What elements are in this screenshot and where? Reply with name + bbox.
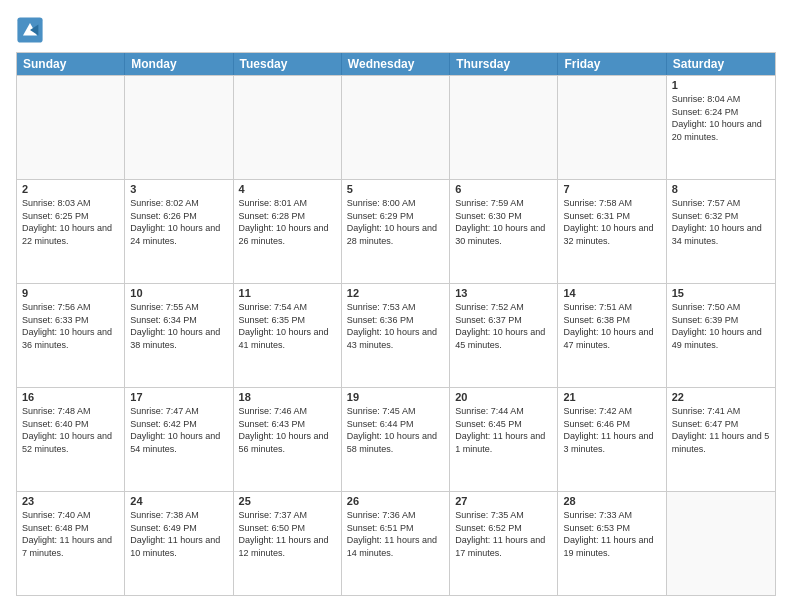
header-day-sunday: Sunday [17,53,125,75]
day-cell-9: 9Sunrise: 7:56 AM Sunset: 6:33 PM Daylig… [17,284,125,387]
week-row-2: 2Sunrise: 8:03 AM Sunset: 6:25 PM Daylig… [17,179,775,283]
day-number: 26 [347,495,444,507]
day-number: 21 [563,391,660,403]
week-row-3: 9Sunrise: 7:56 AM Sunset: 6:33 PM Daylig… [17,283,775,387]
week-row-5: 23Sunrise: 7:40 AM Sunset: 6:48 PM Dayli… [17,491,775,595]
day-number: 16 [22,391,119,403]
day-number: 13 [455,287,552,299]
header-day-saturday: Saturday [667,53,775,75]
day-info: Sunrise: 7:41 AM Sunset: 6:47 PM Dayligh… [672,405,770,455]
day-info: Sunrise: 7:50 AM Sunset: 6:39 PM Dayligh… [672,301,770,351]
day-cell-7: 7Sunrise: 7:58 AM Sunset: 6:31 PM Daylig… [558,180,666,283]
day-number: 23 [22,495,119,507]
day-cell-19: 19Sunrise: 7:45 AM Sunset: 6:44 PM Dayli… [342,388,450,491]
day-cell-16: 16Sunrise: 7:48 AM Sunset: 6:40 PM Dayli… [17,388,125,491]
day-number: 5 [347,183,444,195]
empty-cell [17,76,125,179]
day-info: Sunrise: 7:56 AM Sunset: 6:33 PM Dayligh… [22,301,119,351]
day-cell-17: 17Sunrise: 7:47 AM Sunset: 6:42 PM Dayli… [125,388,233,491]
logo-icon [16,16,44,44]
day-number: 3 [130,183,227,195]
day-cell-26: 26Sunrise: 7:36 AM Sunset: 6:51 PM Dayli… [342,492,450,595]
calendar: SundayMondayTuesdayWednesdayThursdayFrid… [16,52,776,596]
day-cell-27: 27Sunrise: 7:35 AM Sunset: 6:52 PM Dayli… [450,492,558,595]
day-cell-4: 4Sunrise: 8:01 AM Sunset: 6:28 PM Daylig… [234,180,342,283]
day-number: 19 [347,391,444,403]
day-number: 15 [672,287,770,299]
day-cell-3: 3Sunrise: 8:02 AM Sunset: 6:26 PM Daylig… [125,180,233,283]
day-cell-2: 2Sunrise: 8:03 AM Sunset: 6:25 PM Daylig… [17,180,125,283]
calendar-body: 1Sunrise: 8:04 AM Sunset: 6:24 PM Daylig… [17,75,775,595]
day-number: 8 [672,183,770,195]
header-day-monday: Monday [125,53,233,75]
day-info: Sunrise: 7:38 AM Sunset: 6:49 PM Dayligh… [130,509,227,559]
day-number: 9 [22,287,119,299]
day-info: Sunrise: 7:47 AM Sunset: 6:42 PM Dayligh… [130,405,227,455]
header [16,16,776,44]
header-day-wednesday: Wednesday [342,53,450,75]
day-number: 17 [130,391,227,403]
day-cell-28: 28Sunrise: 7:33 AM Sunset: 6:53 PM Dayli… [558,492,666,595]
day-info: Sunrise: 8:03 AM Sunset: 6:25 PM Dayligh… [22,197,119,247]
day-cell-13: 13Sunrise: 7:52 AM Sunset: 6:37 PM Dayli… [450,284,558,387]
header-day-tuesday: Tuesday [234,53,342,75]
header-day-thursday: Thursday [450,53,558,75]
day-cell-23: 23Sunrise: 7:40 AM Sunset: 6:48 PM Dayli… [17,492,125,595]
day-info: Sunrise: 7:36 AM Sunset: 6:51 PM Dayligh… [347,509,444,559]
day-cell-1: 1Sunrise: 8:04 AM Sunset: 6:24 PM Daylig… [667,76,775,179]
day-cell-10: 10Sunrise: 7:55 AM Sunset: 6:34 PM Dayli… [125,284,233,387]
header-day-friday: Friday [558,53,666,75]
day-info: Sunrise: 7:52 AM Sunset: 6:37 PM Dayligh… [455,301,552,351]
day-cell-21: 21Sunrise: 7:42 AM Sunset: 6:46 PM Dayli… [558,388,666,491]
day-cell-5: 5Sunrise: 8:00 AM Sunset: 6:29 PM Daylig… [342,180,450,283]
calendar-header: SundayMondayTuesdayWednesdayThursdayFrid… [17,53,775,75]
day-cell-18: 18Sunrise: 7:46 AM Sunset: 6:43 PM Dayli… [234,388,342,491]
day-info: Sunrise: 7:37 AM Sunset: 6:50 PM Dayligh… [239,509,336,559]
day-info: Sunrise: 7:46 AM Sunset: 6:43 PM Dayligh… [239,405,336,455]
day-cell-15: 15Sunrise: 7:50 AM Sunset: 6:39 PM Dayli… [667,284,775,387]
day-info: Sunrise: 7:57 AM Sunset: 6:32 PM Dayligh… [672,197,770,247]
day-info: Sunrise: 7:45 AM Sunset: 6:44 PM Dayligh… [347,405,444,455]
empty-cell [450,76,558,179]
day-info: Sunrise: 7:44 AM Sunset: 6:45 PM Dayligh… [455,405,552,455]
day-cell-25: 25Sunrise: 7:37 AM Sunset: 6:50 PM Dayli… [234,492,342,595]
page: SundayMondayTuesdayWednesdayThursdayFrid… [0,0,792,612]
day-cell-20: 20Sunrise: 7:44 AM Sunset: 6:45 PM Dayli… [450,388,558,491]
day-cell-24: 24Sunrise: 7:38 AM Sunset: 6:49 PM Dayli… [125,492,233,595]
day-number: 2 [22,183,119,195]
day-info: Sunrise: 7:58 AM Sunset: 6:31 PM Dayligh… [563,197,660,247]
day-number: 28 [563,495,660,507]
day-cell-12: 12Sunrise: 7:53 AM Sunset: 6:36 PM Dayli… [342,284,450,387]
day-info: Sunrise: 7:51 AM Sunset: 6:38 PM Dayligh… [563,301,660,351]
day-number: 7 [563,183,660,195]
empty-cell [234,76,342,179]
day-number: 10 [130,287,227,299]
day-info: Sunrise: 7:33 AM Sunset: 6:53 PM Dayligh… [563,509,660,559]
day-number: 14 [563,287,660,299]
day-number: 24 [130,495,227,507]
day-info: Sunrise: 8:04 AM Sunset: 6:24 PM Dayligh… [672,93,770,143]
week-row-1: 1Sunrise: 8:04 AM Sunset: 6:24 PM Daylig… [17,75,775,179]
day-info: Sunrise: 7:53 AM Sunset: 6:36 PM Dayligh… [347,301,444,351]
day-info: Sunrise: 7:42 AM Sunset: 6:46 PM Dayligh… [563,405,660,455]
day-number: 12 [347,287,444,299]
day-number: 22 [672,391,770,403]
empty-cell [125,76,233,179]
week-row-4: 16Sunrise: 7:48 AM Sunset: 6:40 PM Dayli… [17,387,775,491]
day-cell-22: 22Sunrise: 7:41 AM Sunset: 6:47 PM Dayli… [667,388,775,491]
logo [16,16,48,44]
empty-cell [667,492,775,595]
day-number: 11 [239,287,336,299]
empty-cell [558,76,666,179]
day-info: Sunrise: 7:35 AM Sunset: 6:52 PM Dayligh… [455,509,552,559]
day-cell-11: 11Sunrise: 7:54 AM Sunset: 6:35 PM Dayli… [234,284,342,387]
day-info: Sunrise: 7:54 AM Sunset: 6:35 PM Dayligh… [239,301,336,351]
day-number: 1 [672,79,770,91]
day-cell-8: 8Sunrise: 7:57 AM Sunset: 6:32 PM Daylig… [667,180,775,283]
day-number: 27 [455,495,552,507]
day-info: Sunrise: 7:55 AM Sunset: 6:34 PM Dayligh… [130,301,227,351]
day-info: Sunrise: 7:59 AM Sunset: 6:30 PM Dayligh… [455,197,552,247]
day-info: Sunrise: 8:00 AM Sunset: 6:29 PM Dayligh… [347,197,444,247]
day-number: 18 [239,391,336,403]
day-number: 20 [455,391,552,403]
